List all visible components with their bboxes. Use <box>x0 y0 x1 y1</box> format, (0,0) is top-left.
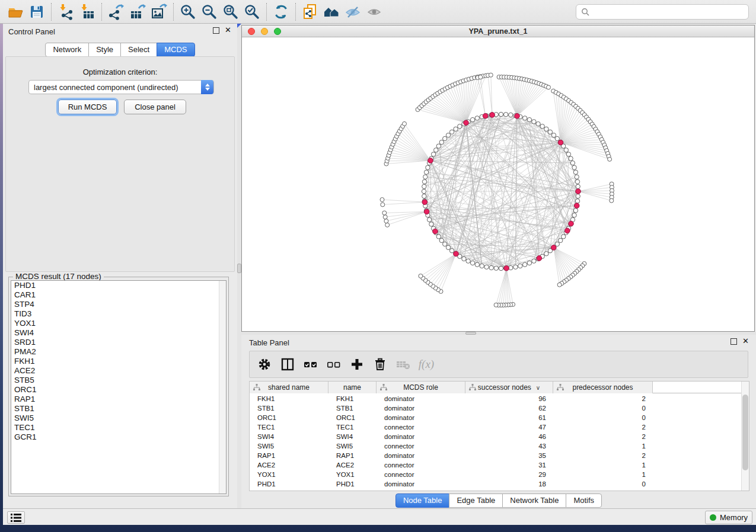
ring-node[interactable] <box>499 266 503 270</box>
zoom-out-button[interactable] <box>199 2 220 21</box>
column-header-mcds-role[interactable]: MCDS role <box>377 382 465 393</box>
mcds-result-item[interactable]: PMA2 <box>11 347 226 357</box>
leaf-node[interactable] <box>610 198 614 203</box>
leaf-node[interactable] <box>382 211 387 215</box>
mcds-list-scrollbar[interactable] <box>219 281 226 493</box>
ring-node[interactable] <box>429 222 433 226</box>
mcds-hub-node[interactable] <box>428 158 433 164</box>
ring-node[interactable] <box>540 124 544 129</box>
ring-node[interactable] <box>564 148 568 152</box>
refresh-button[interactable] <box>270 2 292 21</box>
zoom-selected-button[interactable] <box>241 2 263 21</box>
ring-node[interactable] <box>422 184 426 188</box>
mcds-hub-node[interactable] <box>490 113 495 118</box>
ring-node[interactable] <box>446 133 450 137</box>
ring-node[interactable] <box>454 127 458 131</box>
mcds-result-item[interactable]: SWI4 <box>11 328 226 338</box>
ring-node[interactable] <box>559 238 563 242</box>
ring-node[interactable] <box>436 144 441 148</box>
mcds-result-item[interactable]: GCR1 <box>11 432 226 442</box>
ring-node[interactable] <box>423 175 428 179</box>
mcds-result-item[interactable]: STB5 <box>11 376 226 385</box>
table-row[interactable]: STB1STB1dominator620 <box>250 403 749 413</box>
tab-network-table[interactable]: Network Table <box>502 493 566 508</box>
mcds-result-item[interactable]: TEC1 <box>11 423 226 432</box>
open-button[interactable] <box>5 2 26 21</box>
table-settings-button[interactable] <box>256 355 273 373</box>
ring-node[interactable] <box>422 194 426 198</box>
table-row[interactable]: SWI4SWI4dominator462 <box>250 432 749 441</box>
mcds-hub-node[interactable] <box>483 113 488 118</box>
ring-node[interactable] <box>572 165 576 169</box>
ring-node[interactable] <box>523 262 527 267</box>
ring-node[interactable] <box>422 189 426 193</box>
tab-node-table[interactable]: Node Table <box>395 493 450 508</box>
mcds-hub-node[interactable] <box>433 229 438 234</box>
ring-node[interactable] <box>484 265 489 269</box>
leaf-node[interactable] <box>489 73 493 77</box>
mcds-result-item[interactable]: STB1 <box>11 404 226 414</box>
ring-node[interactable] <box>504 113 508 117</box>
ring-node[interactable] <box>548 130 552 134</box>
ring-node[interactable] <box>475 262 479 267</box>
tab-style[interactable]: Style <box>88 43 121 57</box>
ring-node[interactable] <box>544 252 548 256</box>
table-row[interactable]: ACE2ACE2connector311 <box>250 460 749 470</box>
float-window-icon[interactable] <box>731 338 737 345</box>
table-scrollbar[interactable] <box>741 382 749 491</box>
column-header-name[interactable]: name <box>328 382 377 393</box>
ring-node[interactable] <box>470 261 474 265</box>
show-columns-button[interactable] <box>279 355 296 373</box>
ring-node[interactable] <box>572 213 576 217</box>
search-field[interactable] <box>576 4 749 20</box>
mcds-result-item[interactable]: FKH1 <box>11 357 226 366</box>
table-row[interactable]: RAP1RAP1dominator352 <box>250 451 749 460</box>
network-canvas[interactable] <box>242 37 754 331</box>
close-panel-icon[interactable]: ✕ <box>225 26 231 34</box>
leaf-node[interactable] <box>385 223 390 227</box>
ring-node[interactable] <box>569 156 573 161</box>
column-header-predecessor-nodes[interactable]: predecessor nodes <box>553 382 653 393</box>
tab-network[interactable]: Network <box>45 43 89 57</box>
duplicate-network-button[interactable] <box>299 2 321 21</box>
ring-node[interactable] <box>509 113 513 117</box>
mcds-result-item[interactable]: SWI5 <box>11 414 226 423</box>
ring-node[interactable] <box>575 175 579 179</box>
save-button[interactable] <box>26 2 47 21</box>
ring-node[interactable] <box>575 180 579 184</box>
float-window-icon[interactable] <box>213 27 219 34</box>
leaf-node[interactable] <box>380 198 384 202</box>
zoom-in-button[interactable] <box>177 2 199 21</box>
ring-node[interactable] <box>434 148 438 152</box>
mcds-result-item[interactable]: RAP1 <box>11 395 226 404</box>
leaf-node[interactable] <box>381 203 385 207</box>
mcds-hub-node[interactable] <box>576 189 581 194</box>
mcds-hub-node[interactable] <box>551 245 557 251</box>
ring-node[interactable] <box>494 266 498 270</box>
show-selected-button[interactable] <box>363 2 385 21</box>
tab-select[interactable]: Select <box>120 43 157 57</box>
ring-node[interactable] <box>523 116 527 120</box>
leaf-node[interactable] <box>557 283 562 287</box>
ring-node[interactable] <box>439 238 444 242</box>
ring-node[interactable] <box>573 170 578 174</box>
network-graph[interactable] <box>242 37 754 331</box>
table-row[interactable]: SWI5SWI5connector431 <box>250 441 749 451</box>
ring-node[interactable] <box>449 130 454 134</box>
mcds-result-item[interactable]: SRD1 <box>11 338 226 347</box>
mcds-result-item[interactable]: ACE2 <box>11 366 226 376</box>
mcds-result-item[interactable]: CAR1 <box>11 290 226 300</box>
leaf-node[interactable] <box>479 75 483 79</box>
mcds-hub-node[interactable] <box>574 203 579 209</box>
import-table-button[interactable] <box>76 2 98 21</box>
ring-node[interactable] <box>536 121 540 126</box>
mcds-result-item[interactable]: PHD1 <box>11 281 226 290</box>
ring-node[interactable] <box>427 217 431 222</box>
table-row[interactable]: YOX1YOX1connector291 <box>250 470 749 479</box>
ring-node[interactable] <box>470 117 474 121</box>
export-network-button[interactable] <box>106 2 127 21</box>
leaf-node[interactable] <box>608 157 612 161</box>
leaf-node[interactable] <box>419 274 423 278</box>
ring-node[interactable] <box>466 259 470 263</box>
memory-button[interactable]: Memory <box>705 511 752 524</box>
